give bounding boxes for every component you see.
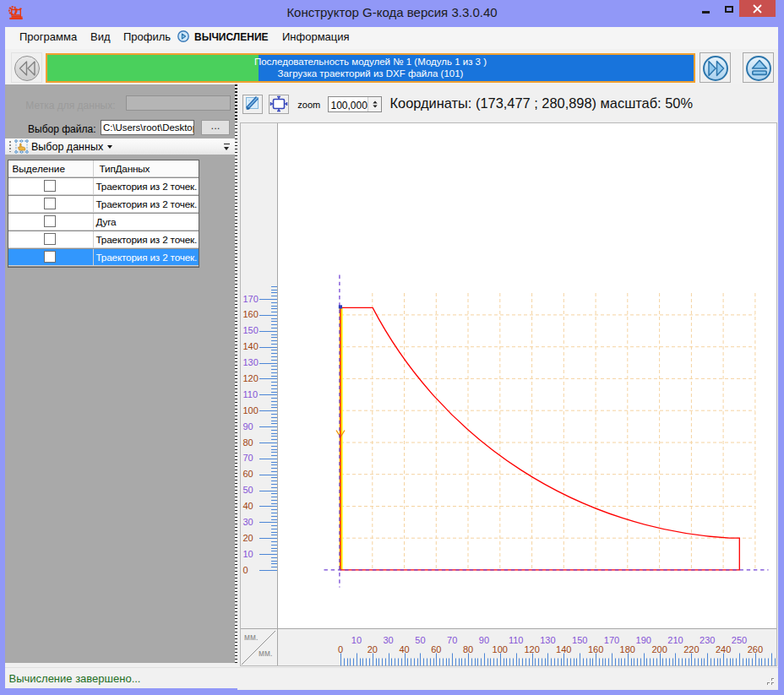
svg-text:30: 30 (383, 634, 393, 644)
svg-text:мм.: мм. (244, 633, 259, 642)
svg-text:120: 120 (524, 644, 539, 654)
svg-text:100: 100 (242, 405, 258, 415)
svg-text:мм.: мм. (259, 649, 273, 658)
svg-text:0: 0 (337, 644, 342, 654)
svg-text:140: 140 (556, 644, 571, 654)
svg-text:100: 100 (492, 644, 507, 654)
svg-text:260: 260 (747, 644, 762, 654)
svg-text:190: 190 (635, 634, 651, 644)
svg-text:210: 210 (667, 634, 683, 644)
svg-text:60: 60 (242, 469, 253, 479)
svg-text:80: 80 (242, 437, 253, 447)
svg-text:10: 10 (242, 548, 253, 558)
svg-text:10: 10 (351, 634, 361, 644)
svg-text:230: 230 (700, 634, 715, 644)
svg-text:110: 110 (242, 388, 258, 399)
svg-text:90: 90 (478, 634, 488, 644)
svg-text:130: 130 (242, 357, 258, 367)
svg-text:110: 110 (508, 634, 523, 644)
svg-text:30: 30 (242, 516, 253, 526)
svg-text:130: 130 (540, 634, 555, 644)
svg-text:0: 0 (242, 564, 248, 574)
svg-text:70: 70 (242, 453, 253, 463)
svg-text:50: 50 (415, 634, 425, 644)
svg-text:40: 40 (242, 501, 253, 511)
svg-text:80: 80 (462, 644, 472, 654)
svg-text:170: 170 (242, 293, 258, 303)
svg-text:160: 160 (587, 644, 602, 654)
svg-text:150: 150 (242, 325, 258, 335)
svg-text:170: 170 (603, 634, 618, 644)
svg-text:180: 180 (619, 644, 634, 654)
svg-text:50: 50 (242, 485, 253, 495)
svg-text:70: 70 (447, 634, 457, 644)
svg-text:20: 20 (367, 644, 377, 654)
svg-text:20: 20 (242, 532, 253, 542)
svg-text:220: 220 (683, 644, 699, 654)
svg-text:40: 40 (399, 644, 409, 654)
svg-text:60: 60 (431, 644, 441, 654)
svg-text:120: 120 (242, 372, 258, 383)
svg-text:160: 160 (242, 309, 258, 319)
svg-text:240: 240 (715, 644, 730, 654)
svg-text:250: 250 (731, 634, 746, 644)
svg-text:150: 150 (572, 634, 587, 644)
svg-text:90: 90 (242, 421, 253, 431)
svg-text:200: 200 (651, 644, 667, 654)
svg-text:140: 140 (242, 341, 258, 351)
